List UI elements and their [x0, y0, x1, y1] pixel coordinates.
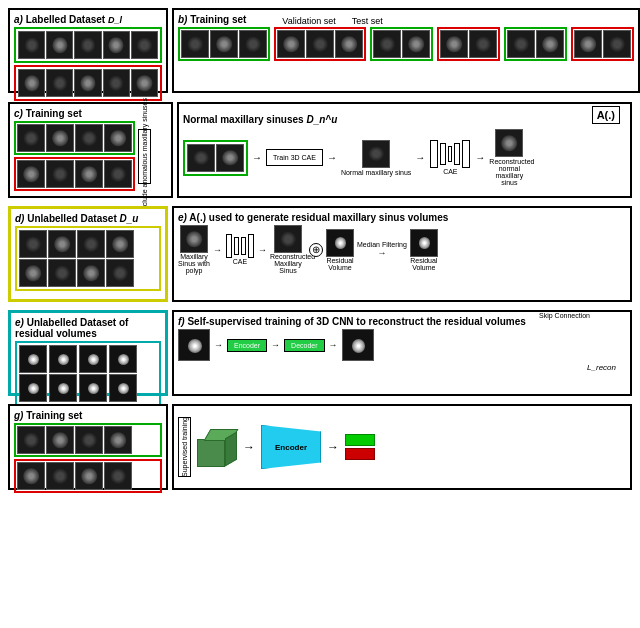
residual-vol1 [326, 229, 354, 257]
b-validation-red [437, 27, 500, 61]
e-maxillary-label: Maxillary Sinus with polyp [178, 253, 210, 274]
mri-normal [362, 140, 390, 168]
f-arr3: → [329, 340, 338, 350]
g-red-row [17, 462, 159, 490]
plus-operator: ⊕ [309, 243, 323, 257]
e-cae-r3 [241, 237, 246, 255]
e-arr3: → [377, 248, 386, 258]
mri-d1 [19, 230, 47, 258]
mri-a10 [131, 69, 158, 97]
g-red-set [14, 459, 162, 493]
mri-cn1 [187, 144, 215, 172]
b-test-green [504, 27, 567, 61]
g-arr1: → [243, 440, 255, 454]
mri-g7 [75, 462, 103, 490]
c-arrow1: → [252, 152, 262, 163]
c-flow: → Train 3D CAE → Normal maxillary sinus … [183, 129, 626, 186]
mri-c6 [46, 160, 74, 188]
b-train-bottom [277, 30, 363, 58]
e-cae-visual: CAE [225, 234, 255, 265]
mri-polyp [180, 225, 208, 253]
g-cube [197, 427, 237, 467]
supervised-label: Supervised training [181, 417, 188, 477]
main-container: a) Labelled Dataset D_l [0, 0, 640, 628]
c-normal-imgs [183, 140, 248, 176]
mri-a1 [18, 31, 45, 59]
mri-c3 [75, 124, 103, 152]
f-decoder-box: Decoder [284, 339, 324, 352]
res-img8 [109, 374, 137, 402]
test-label: Test set [352, 16, 383, 26]
mri-b6 [335, 30, 363, 58]
f-encoder-box: Encoder [227, 339, 267, 352]
row-ef: e) Unlabelled Dataset of residual volume… [6, 308, 634, 398]
e-cae-label: CAE [233, 258, 247, 265]
train-cae-box: Train 3D CAE [266, 149, 323, 166]
cae-rect1 [430, 140, 438, 168]
e-cae-rects [225, 234, 255, 258]
panel-g-right: Supervised training → Encoder → [172, 404, 632, 490]
b-test-row [507, 30, 564, 58]
cae-rects [429, 140, 471, 168]
cube-right [225, 432, 237, 467]
mri-g8 [104, 462, 132, 490]
cube-front [197, 439, 225, 467]
exclude-box: Exclude anomalous maxillary sinuses [138, 129, 151, 184]
g-arr2: → [327, 440, 339, 454]
cae-rect4 [454, 143, 460, 165]
b-test-red [571, 27, 634, 61]
mri-a3 [74, 31, 101, 59]
g-bar-green [345, 434, 375, 446]
f-arr1: → [214, 340, 223, 350]
mri-b1 [181, 30, 209, 58]
panel-b-label: b) Training set [178, 14, 246, 25]
panel-a-red-set [14, 65, 162, 101]
e-arr1: → [213, 245, 222, 255]
a-func-box: A(.) [592, 106, 620, 124]
g-encoder-group: Encoder [261, 425, 321, 469]
mri-g3 [75, 426, 103, 454]
f-flow: → Encoder → Decoder → [178, 329, 626, 361]
c-green-set [14, 121, 135, 155]
cae-rect3 [448, 146, 452, 162]
res-img4 [109, 345, 137, 373]
residual-vol2 [410, 229, 438, 257]
mri-d2 [48, 230, 76, 258]
mri-d4 [106, 230, 134, 258]
normal-label: Normal maxillary sinus [341, 169, 411, 176]
f-arr2: → [271, 340, 280, 350]
c-arrow4: → [475, 152, 485, 163]
mri-a5 [131, 31, 158, 59]
f-skip-label: Skip Connection [539, 312, 590, 319]
d-row2 [19, 259, 157, 287]
panel-e-res-label: e) Unlabelled Dataset of residual volume… [15, 317, 161, 339]
mri-reconstructed [495, 129, 523, 157]
panel-c-right: Normal maxillary sinuses D_n^u → [177, 102, 632, 198]
e-arr2: → [258, 245, 267, 255]
res-img1 [19, 345, 47, 373]
mri-d8 [106, 259, 134, 287]
mri-b2 [210, 30, 238, 58]
g-encoder-label: Encoder [275, 443, 307, 452]
b-training-green [178, 27, 270, 61]
panel-a-green-set [14, 27, 162, 63]
f-output-residual [342, 329, 374, 361]
d-row1 [19, 230, 157, 258]
mri-b12 [536, 30, 564, 58]
e-res-row2 [19, 374, 157, 402]
exclude-label: Exclude anomalous maxillary sinuses [141, 98, 148, 214]
e-recon-box: Reconstructed Maxillary Sinus [270, 225, 306, 274]
g-flow: Supervised training → Encoder → [178, 410, 626, 484]
g-encoder-shape: Encoder [261, 425, 321, 469]
mri-b8 [402, 30, 430, 58]
row-ab: a) Labelled Dataset D_l [6, 6, 634, 96]
mri-a4 [103, 31, 130, 59]
reconstructed-box: Reconstructed normal maxillary sinus [489, 129, 529, 186]
e-cae-r1 [226, 234, 232, 258]
panel-f: f) Self-supervised training of 3D CNN to… [172, 310, 632, 396]
f-input-residual [178, 329, 210, 361]
e-residual2-label: Residual Volume [410, 257, 438, 271]
d-yellow-set [15, 226, 161, 291]
e-median-group: Median Filtering → [357, 241, 407, 258]
cae-visual: CAE [429, 140, 471, 175]
